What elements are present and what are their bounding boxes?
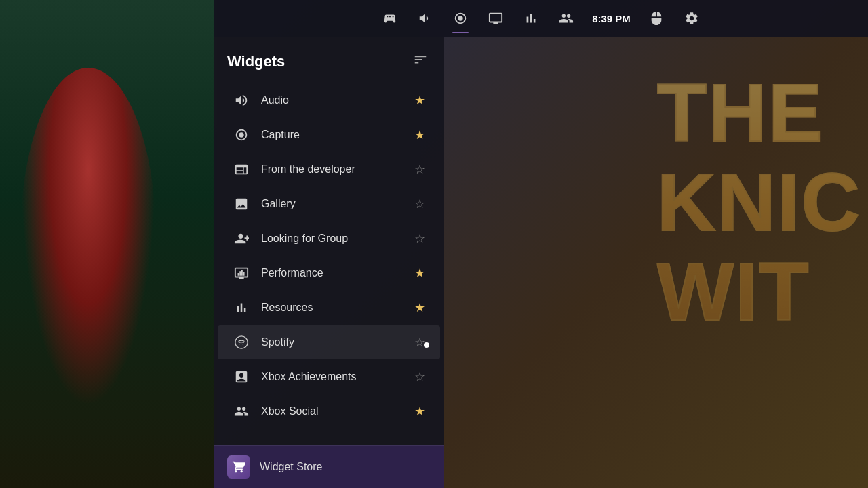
capture-label: Capture bbox=[261, 129, 413, 141]
achievements-star[interactable]: ☆ bbox=[413, 368, 427, 386]
widget-item-social[interactable]: Xbox Social ★ bbox=[218, 394, 440, 428]
audio-icon bbox=[231, 90, 252, 110]
widget-item-developer[interactable]: From the developer ☆ bbox=[218, 152, 440, 186]
store-icon bbox=[227, 455, 250, 479]
lfg-star[interactable]: ☆ bbox=[413, 230, 427, 247]
spotify-icon bbox=[231, 332, 252, 352]
store-label: Widget Store bbox=[260, 461, 322, 473]
svg-point-1 bbox=[458, 16, 462, 20]
resources-icon bbox=[231, 298, 252, 318]
mouse-icon[interactable] bbox=[642, 3, 671, 33]
social-label: Xbox Social bbox=[261, 405, 413, 418]
widget-store-button[interactable]: Widget Store bbox=[214, 445, 444, 488]
achievements-icon bbox=[231, 367, 252, 387]
widget-item-spotify[interactable]: Spotify ☆ bbox=[218, 325, 440, 359]
social-star[interactable]: ★ bbox=[413, 403, 427, 420]
game-title-bg: THEKNICWIT bbox=[657, 68, 861, 336]
gallery-label: Gallery bbox=[261, 198, 413, 210]
social-icon bbox=[231, 401, 252, 422]
widgets-title: Widgets bbox=[227, 53, 285, 70]
widget-item-performance[interactable]: Performance ★ bbox=[218, 256, 440, 290]
widget-item-achievements[interactable]: Xbox Achievements ☆ bbox=[218, 360, 440, 394]
spotify-star[interactable]: ☆ bbox=[413, 333, 427, 351]
resources-star[interactable]: ★ bbox=[413, 299, 427, 317]
widgets-panel: Widgets Audio ★ Ca bbox=[214, 37, 444, 488]
resources-label: Resources bbox=[261, 302, 413, 314]
lfg-icon bbox=[231, 228, 252, 249]
widget-item-audio[interactable]: Audio ★ bbox=[218, 83, 440, 117]
social-taskbar-icon[interactable] bbox=[551, 3, 581, 33]
taskbar-icons: 8:39 PM bbox=[361, 3, 720, 33]
taskbar-time: 8:39 PM bbox=[592, 13, 631, 24]
gallery-star[interactable]: ☆ bbox=[413, 195, 427, 213]
audio-taskbar-icon[interactable] bbox=[410, 3, 440, 33]
monitor-taskbar-icon[interactable] bbox=[481, 3, 511, 33]
spotify-label: Spotify bbox=[261, 336, 413, 348]
performance-label: Performance bbox=[261, 267, 413, 279]
widget-item-resources[interactable]: Resources ★ bbox=[218, 291, 440, 325]
widget-item-capture[interactable]: Capture ★ bbox=[218, 118, 440, 152]
lfg-label: Looking for Group bbox=[261, 232, 413, 245]
taskbar: 8:39 PM bbox=[214, 0, 868, 37]
developer-star[interactable]: ☆ bbox=[413, 161, 427, 178]
audio-label: Audio bbox=[261, 94, 413, 106]
capture-taskbar-icon[interactable] bbox=[446, 3, 475, 33]
filter-icon[interactable] bbox=[410, 49, 431, 73]
developer-label: From the developer bbox=[261, 163, 413, 176]
audio-star[interactable]: ★ bbox=[413, 92, 427, 109]
performance-icon bbox=[231, 263, 252, 283]
widgets-header: Widgets bbox=[214, 37, 444, 83]
gallery-icon bbox=[231, 194, 252, 214]
widget-list: Audio ★ Capture ★ From the developer ☆ bbox=[214, 83, 444, 445]
widget-item-lfg[interactable]: Looking for Group ☆ bbox=[218, 222, 440, 256]
capture-star[interactable]: ★ bbox=[413, 126, 427, 144]
settings-taskbar-icon[interactable] bbox=[677, 3, 707, 33]
character-art bbox=[20, 68, 156, 407]
achievements-label: Xbox Achievements bbox=[261, 371, 413, 383]
performance-taskbar-icon[interactable] bbox=[516, 3, 546, 33]
controller-icon[interactable] bbox=[375, 3, 405, 33]
svg-point-3 bbox=[239, 132, 243, 137]
developer-icon bbox=[231, 159, 252, 180]
capture-icon bbox=[231, 125, 252, 145]
widget-item-gallery[interactable]: Gallery ☆ bbox=[218, 187, 440, 221]
performance-star[interactable]: ★ bbox=[413, 264, 427, 282]
